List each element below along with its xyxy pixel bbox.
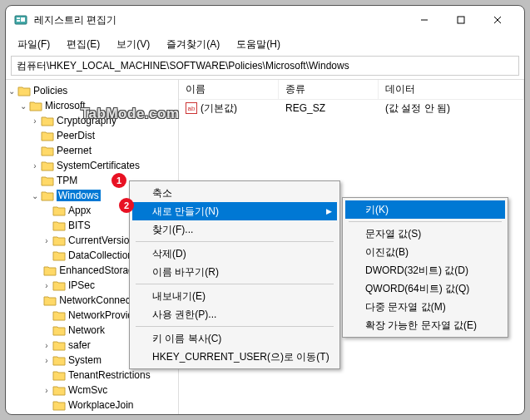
tree-node[interactable]: IPSec <box>68 279 95 291</box>
menu-favorites[interactable]: 즐겨찾기(A) <box>160 36 226 53</box>
tree-node[interactable]: Microsoft <box>45 100 86 111</box>
sub-string[interactable]: 문자열 값(S) <box>345 225 505 243</box>
value-type: REG_SZ <box>279 102 379 114</box>
list-header: 이름 종류 데이터 <box>179 80 524 100</box>
window-title: 레지스트리 편집기 <box>34 13 406 27</box>
header-data[interactable]: 데이터 <box>379 80 524 99</box>
tree-node[interactable]: WcmSvc <box>68 384 107 396</box>
context-menu: 축소 새로 만들기(N)▶ 찾기(F)... 삭제(D) 이름 바꾸기(R) 내… <box>129 180 340 369</box>
folder-icon <box>41 130 54 141</box>
tree-node[interactable]: TenantRestrictions <box>68 369 151 381</box>
menu-view[interactable]: 보기(V) <box>110 36 156 53</box>
sub-key[interactable]: 키(K) <box>345 200 505 219</box>
titlebar: 레지스트리 편집기 <box>6 6 524 34</box>
value-name: (기본값) <box>201 101 237 116</box>
folder-icon <box>52 220 66 231</box>
ctx-goto-hkcu[interactable]: HKEY_CURRENT_USER(으)로 이동(T) <box>132 348 337 366</box>
tree-node[interactable]: Cryptography <box>57 115 116 126</box>
tree-node[interactable]: System <box>68 354 102 366</box>
menubar: 파일(F) 편집(E) 보기(V) 즐겨찾기(A) 도움말(H) <box>6 34 524 54</box>
separator <box>136 284 334 284</box>
folder-icon <box>17 85 31 96</box>
address-path: 컴퓨터\HKEY_LOCAL_MACHINE\SOFTWARE\Policies… <box>17 59 349 73</box>
menu-edit[interactable]: 편집(E) <box>60 36 106 53</box>
app-icon <box>14 13 27 27</box>
context-submenu-new: 키(K) 문자열 값(S) 이진값(B) DWORD(32비트) 값(D) QW… <box>342 197 508 338</box>
folder-icon <box>41 190 54 201</box>
tree-node[interactable]: DataCollection <box>68 250 133 261</box>
svg-rect-1 <box>17 17 20 19</box>
sub-expandstring[interactable]: 확장 가능한 문자열 값(E) <box>345 316 505 334</box>
ctx-new[interactable]: 새로 만들기(N)▶ <box>132 202 337 220</box>
header-name[interactable]: 이름 <box>179 80 279 99</box>
tree-node[interactable]: BITS <box>68 220 91 231</box>
separator <box>349 221 502 222</box>
ctx-delete[interactable]: 삭제(D) <box>132 245 337 263</box>
tree-node[interactable]: Network <box>68 324 105 336</box>
tree-node[interactable]: CurrentVersion <box>68 235 135 246</box>
folder-icon <box>52 205 66 216</box>
folder-icon <box>52 279 66 291</box>
tree-node[interactable]: WorkplaceJoin <box>68 399 133 411</box>
ctx-copy-key[interactable]: 키 이름 복사(C) <box>132 329 337 348</box>
folder-icon <box>52 369 66 381</box>
sub-multistring[interactable]: 다중 문자열 값(M) <box>345 298 505 316</box>
folder-icon <box>52 324 66 336</box>
folder-icon <box>52 354 66 366</box>
annotation-badge-1: 1 <box>111 173 126 188</box>
sub-dword[interactable]: DWORD(32비트) 값(D) <box>345 261 505 279</box>
folder-icon <box>43 264 57 276</box>
tree-node[interactable]: SystemCertificates <box>57 160 140 171</box>
folder-icon <box>52 250 66 261</box>
registry-editor-window: 레지스트리 편집기 파일(F) 편집(E) 보기(V) 즐겨찾기(A) 도움말(… <box>5 5 525 415</box>
separator <box>136 326 334 327</box>
submenu-arrow-icon: ▶ <box>326 207 332 215</box>
svg-rect-3 <box>21 17 25 22</box>
window-controls <box>406 7 516 32</box>
header-type[interactable]: 종류 <box>279 80 379 99</box>
svg-rect-2 <box>17 20 20 22</box>
maximize-button[interactable] <box>443 7 479 32</box>
ctx-rename[interactable]: 이름 바꾸기(R) <box>132 263 337 281</box>
sub-qword[interactable]: QWORD(64비트) 값(Q) <box>345 279 505 298</box>
separator <box>136 241 334 242</box>
folder-icon <box>41 175 54 186</box>
folder-icon <box>29 100 42 111</box>
address-bar[interactable]: 컴퓨터\HKEY_LOCAL_MACHINE\SOFTWARE\Policies… <box>11 56 519 76</box>
svg-rect-5 <box>458 17 464 23</box>
value-data: (값 설정 안 됨) <box>379 101 524 116</box>
tree-node[interactable]: Appx <box>68 205 91 216</box>
folder-icon <box>52 309 66 321</box>
folder-icon <box>52 339 66 351</box>
tree-node-windows[interactable]: Windows <box>57 190 101 201</box>
folder-icon <box>52 399 66 411</box>
folder-icon <box>43 294 57 306</box>
folder-icon <box>52 384 66 396</box>
folder-icon <box>41 145 54 156</box>
ctx-export[interactable]: 내보내기(E) <box>132 287 337 305</box>
close-button[interactable] <box>479 7 516 32</box>
folder-icon <box>41 115 54 126</box>
sub-binary[interactable]: 이진값(B) <box>345 243 505 261</box>
minimize-button[interactable] <box>406 7 443 32</box>
menu-file[interactable]: 파일(F) <box>11 36 57 53</box>
tree-node[interactable]: Policies <box>33 85 67 96</box>
list-row[interactable]: ab(기본값) REG_SZ (값 설정 안 됨) <box>179 100 524 116</box>
tree-node[interactable]: TPM <box>57 175 77 186</box>
tree-node[interactable]: Peernet <box>57 145 92 156</box>
folder-icon <box>41 160 54 171</box>
menu-help[interactable]: 도움말(H) <box>230 36 287 53</box>
ctx-find[interactable]: 찾기(F)... <box>132 220 337 239</box>
annotation-badge-2: 2 <box>119 198 134 213</box>
folder-icon <box>52 235 66 246</box>
tree-node[interactable]: safer <box>68 339 91 351</box>
tree-node[interactable]: PeerDist <box>57 130 95 141</box>
string-value-icon: ab <box>186 102 197 114</box>
ctx-collapse[interactable]: 축소 <box>132 184 337 202</box>
ctx-permissions[interactable]: 사용 권한(P)... <box>132 305 337 324</box>
